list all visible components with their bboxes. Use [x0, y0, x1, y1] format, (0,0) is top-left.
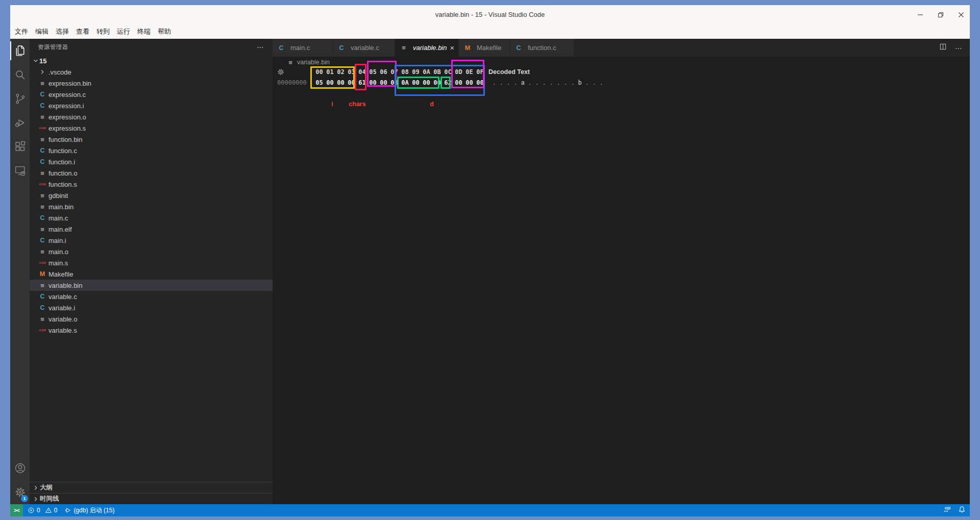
close-button[interactable]: [958, 11, 965, 18]
tab-function.c[interactable]: Cfunction.c: [510, 39, 574, 57]
menu-item-6[interactable]: 终端: [134, 24, 154, 39]
file-item-function.bin[interactable]: ≡function.bin: [30, 134, 273, 145]
decoded-char-0-12[interactable]: b: [576, 79, 583, 87]
activity-search-icon[interactable]: [10, 63, 30, 87]
tab-Makefile[interactable]: MMakefile: [459, 39, 510, 57]
file-item-variable.o[interactable]: ≡variable.o: [30, 313, 273, 325]
binary-file-icon: ≡: [39, 315, 46, 323]
menu-item-0[interactable]: 文件: [11, 24, 32, 39]
menu-item-7[interactable]: 帮助: [154, 24, 175, 39]
file-item-expression.bin[interactable]: ≡expression.bin: [30, 78, 273, 89]
decoded-char-0-4[interactable]: a: [519, 79, 526, 87]
file-item-expression.c[interactable]: Cexpression.c: [30, 89, 273, 100]
file-label: variable.c: [48, 293, 77, 301]
file-item-variable.bin[interactable]: ≡variable.bin: [30, 280, 273, 291]
activity-source-control-icon[interactable]: [10, 87, 30, 111]
error-count: 0: [37, 507, 40, 514]
sidebar-section-0[interactable]: 大纲: [30, 482, 273, 493]
file-item-main.s[interactable]: ASMmain.s: [30, 257, 273, 268]
remote-indicator[interactable]: ><: [10, 504, 23, 516]
file-item-expression.i[interactable]: Cexpression.i: [30, 100, 273, 111]
decoded-char-0-6[interactable]: .: [533, 79, 541, 87]
decoded-char-0-13[interactable]: .: [583, 79, 591, 87]
c-file-icon: C: [39, 158, 46, 165]
makefile-icon: M: [464, 44, 471, 52]
window-controls: [917, 5, 965, 24]
minimize-button[interactable]: [917, 11, 924, 18]
tab-variable.bin[interactable]: ≡variable.bin×: [395, 39, 459, 57]
decoded-char-0-1[interactable]: .: [498, 79, 505, 87]
editor-more-actions-button[interactable]: ⋯: [955, 44, 963, 52]
activity-remote-explorer-icon[interactable]: [10, 159, 30, 183]
file-item-gdbinit[interactable]: ≡gdbinit: [30, 190, 273, 201]
file-item-main.o[interactable]: ≡main.o: [30, 246, 273, 257]
file-label: main.c: [48, 214, 68, 222]
activity-settings-icon[interactable]: 1: [10, 480, 30, 504]
decoded-char-0-7[interactable]: .: [541, 79, 548, 87]
file-item-main.bin[interactable]: ≡main.bin: [30, 201, 273, 212]
decoded-char-0-14[interactable]: .: [591, 79, 598, 87]
menu-item-3[interactable]: 查看: [72, 24, 93, 39]
tab-variable.c[interactable]: Cvariable.c: [333, 39, 395, 57]
decoded-char-0-5[interactable]: .: [526, 79, 533, 87]
binary-file-icon: ≡: [39, 226, 46, 233]
binary-file-icon: ≡: [39, 192, 46, 200]
makefile-icon: M: [39, 270, 46, 278]
file-item-Makefile[interactable]: MMakefile: [30, 268, 273, 280]
warning-count: 0: [54, 507, 58, 514]
file-item-function.c[interactable]: Cfunction.c: [30, 145, 273, 156]
file-item-expression.s[interactable]: ASMexpression.s: [30, 122, 273, 134]
hex-editor: 000102030405060708090A0B0C0D0E0FDecoded …: [273, 68, 970, 504]
decoded-char-0-2[interactable]: .: [505, 79, 512, 87]
activity-explorer-icon[interactable]: [10, 39, 30, 63]
file-item-variable.s[interactable]: ASMvariable.s: [30, 325, 273, 336]
sidebar-more-actions-button[interactable]: ⋯: [257, 43, 264, 51]
binary-file-icon: ≡: [39, 113, 46, 121]
file-item-main.elf[interactable]: ≡main.elf: [30, 224, 273, 235]
file-item-main.i[interactable]: Cmain.i: [30, 235, 273, 246]
asm-file-icon: ASM: [39, 261, 46, 264]
tab-bar: Cmain.cCvariable.c≡variable.bin×MMakefil…: [273, 39, 970, 57]
split-editor-button[interactable]: [939, 43, 947, 53]
restore-button[interactable]: [937, 11, 944, 18]
file-item-function.i[interactable]: Cfunction.i: [30, 156, 273, 167]
feedback-icon[interactable]: [943, 506, 951, 515]
tree-root-folder[interactable]: 15: [30, 55, 273, 66]
hex-settings-gear-icon[interactable]: [277, 68, 285, 78]
decoded-char-0-11[interactable]: .: [569, 79, 576, 87]
decoded-char-0-9[interactable]: .: [555, 79, 562, 87]
asm-file-icon: ASM: [39, 329, 46, 332]
notifications-bell-icon[interactable]: [958, 506, 966, 515]
file-item-function.s[interactable]: ASMfunction.s: [30, 179, 273, 190]
activity-account-icon[interactable]: [10, 456, 30, 480]
decoded-char-0-3[interactable]: .: [512, 79, 519, 87]
activity-run-debug-icon[interactable]: [10, 111, 30, 135]
menu-item-5[interactable]: 运行: [113, 24, 134, 39]
annotation-label-i: i: [331, 101, 333, 108]
decoded-char-0-0[interactable]: .: [491, 79, 498, 87]
file-item-function.o[interactable]: ≡function.o: [30, 167, 273, 179]
decoded-char-0-10[interactable]: .: [562, 79, 569, 87]
decoded-char-0-15[interactable]: .: [598, 79, 605, 87]
menu-item-4[interactable]: 转到: [93, 24, 113, 39]
tab-main.c[interactable]: Cmain.c: [273, 39, 333, 57]
debug-status[interactable]: (gdb) 启动 (15): [64, 506, 114, 515]
tab-close-icon[interactable]: ×: [450, 44, 455, 52]
chevron-right-icon: [32, 484, 40, 491]
file-item-.vscode[interactable]: .vscode: [30, 66, 273, 78]
sidebar-bottom-sections: 大纲时间线: [30, 482, 273, 504]
menu-item-2[interactable]: 选择: [52, 24, 72, 39]
section-label: 时间线: [40, 494, 59, 503]
file-item-main.c[interactable]: Cmain.c: [30, 212, 273, 224]
file-icon: ≡: [287, 59, 294, 66]
file-item-expression.o[interactable]: ≡expression.o: [30, 111, 273, 122]
file-item-variable.i[interactable]: Cvariable.i: [30, 302, 273, 313]
activity-extensions-icon[interactable]: [10, 135, 30, 159]
menu-item-1[interactable]: 编辑: [32, 24, 52, 39]
file-label: function.s: [48, 181, 77, 188]
file-item-variable.c[interactable]: Cvariable.c: [30, 291, 273, 302]
decoded-char-0-8[interactable]: .: [548, 79, 555, 87]
file-label: expression.s: [48, 125, 86, 132]
sidebar-section-1[interactable]: 时间线: [30, 493, 273, 504]
problems-indicator[interactable]: 0 0: [28, 507, 57, 514]
